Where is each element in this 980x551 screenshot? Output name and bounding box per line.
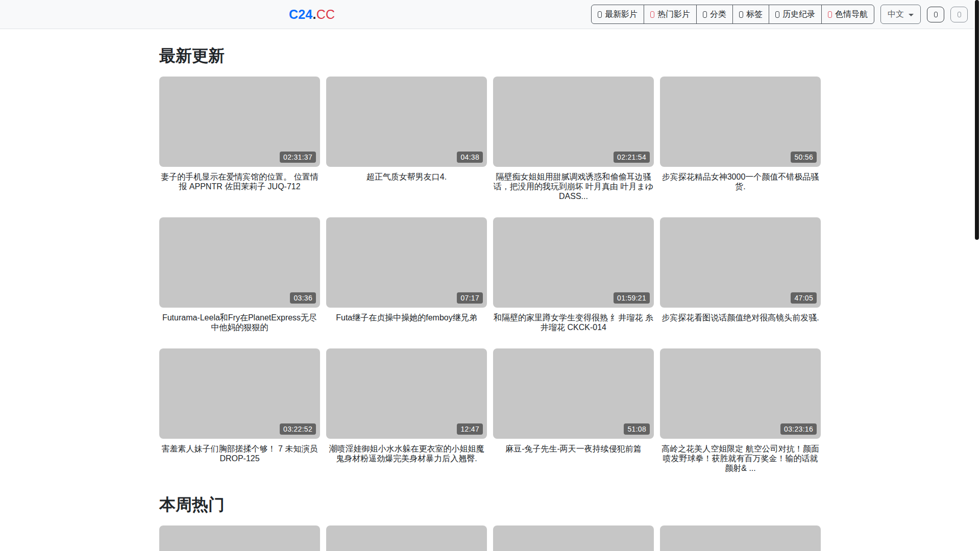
duration-badge: 02:31:37 — [280, 152, 316, 163]
main-content: 最新更新 02:31:37 妻子的手机显示在爱情宾馆的位置。 位置情报 APPN… — [153, 29, 827, 551]
video-title[interactable]: Futurama-Leela和Fry在PlanetExpress无尽中他妈的狠狠… — [159, 313, 320, 333]
video-card[interactable] — [660, 525, 821, 551]
nav-button-label: 分类 — [710, 9, 726, 20]
video-card[interactable] — [326, 525, 487, 551]
nav-button-label: 历史纪录 — [782, 9, 815, 20]
video-thumbnail[interactable]: 01:59:21 — [493, 217, 654, 308]
nav-button-5[interactable]: 历史纪录 — [769, 5, 822, 24]
nav-icon-button-1[interactable] — [927, 7, 944, 22]
video-card[interactable]: 03:23:16 高岭之花美人空姐限定 航空公司对抗！颜面喷发野球拳！获胜就有百… — [660, 348, 821, 473]
navbar: C24.CC 最新影片 热门影片 分类 标签 历史纪录 色情导航 中文 — [0, 0, 980, 29]
video-thumbnail[interactable] — [326, 525, 487, 551]
video-title[interactable]: 麻豆-兔子先生-两天一夜持续侵犯前篇 — [493, 444, 654, 464]
nav-icon-button-2[interactable] — [950, 7, 968, 22]
video-card[interactable]: 01:59:21 和隔壁的家里蹲女学生变得很熟 纟井瑠花 糸井瑠花 CKCK-0… — [493, 217, 654, 333]
placeholder-glyph-icon — [934, 12, 938, 17]
video-title[interactable]: 妻子的手机显示在爱情宾馆的位置。 位置情报 APPNTR 佐田茉莉子 JUQ-7… — [159, 172, 320, 192]
video-card[interactable] — [159, 525, 320, 551]
film-icon — [598, 11, 602, 18]
duration-badge: 51:08 — [624, 423, 650, 435]
video-title[interactable]: 步宾探花精品女神3000一个颜值不错极品骚货. — [660, 172, 821, 192]
video-title[interactable]: 超正气质女帮男友口4. — [326, 172, 487, 192]
video-card[interactable]: 07:17 Futa继子在贞操中操她的femboy继兄弟 — [326, 217, 487, 333]
duration-badge: 47:05 — [791, 292, 817, 304]
duration-badge: 02:21:54 — [614, 152, 650, 163]
nav-button-label: 色情导航 — [835, 9, 868, 20]
duration-badge: 01:59:21 — [614, 292, 650, 304]
nav-button-label: 热门影片 — [657, 9, 690, 20]
video-title[interactable]: 隔壁痴女姐姐用甜腻调戏诱惑和偷偷耳边骚话，把没用的我玩到崩坏 叶月真由 叶月まゆ… — [493, 172, 654, 202]
video-thumbnail[interactable]: 07:17 — [326, 217, 487, 308]
video-card[interactable]: 03:22:52 害羞素人妹子们胸部搓揉个够！ 7 未知演员 DROP-125 — [159, 348, 320, 473]
tag-icon — [739, 11, 743, 18]
video-card[interactable]: 02:31:37 妻子的手机显示在爱情宾馆的位置。 位置情报 APPNTR 佐田… — [159, 77, 320, 202]
video-thumbnail[interactable]: 50:56 — [660, 77, 821, 167]
nav-button-4[interactable]: 标签 — [732, 5, 769, 24]
video-thumbnail[interactable] — [493, 525, 654, 551]
video-thumbnail[interactable]: 47:05 — [660, 217, 821, 308]
video-card[interactable]: 04:38 超正气质女帮男友口4. — [326, 77, 487, 202]
video-thumbnail[interactable]: 12:47 — [326, 348, 487, 439]
nav-button-2[interactable]: 热门影片 — [644, 5, 697, 24]
duration-badge: 07:17 — [457, 292, 483, 304]
fire-icon — [650, 11, 654, 18]
scrollbar-thumb[interactable] — [975, 0, 979, 240]
chevron-down-icon — [909, 14, 914, 16]
nav-button-label: 标签 — [746, 9, 763, 20]
video-thumbnail[interactable]: 03:23:16 — [660, 348, 821, 439]
nav-button-1[interactable]: 最新影片 — [591, 5, 644, 24]
language-label: 中文 — [888, 9, 904, 20]
video-title[interactable]: Futa继子在贞操中操她的femboy继兄弟 — [326, 313, 487, 333]
video-thumbnail[interactable] — [159, 525, 320, 551]
duration-badge: 12:47 — [457, 423, 483, 435]
video-grid — [159, 525, 821, 551]
category-icon — [703, 11, 707, 18]
duration-badge: 03:36 — [290, 292, 316, 304]
video-section: 最新更新 02:31:37 妻子的手机显示在爱情宾馆的位置。 位置情报 APPN… — [159, 45, 821, 473]
section-title: 最新更新 — [159, 45, 821, 67]
video-title[interactable]: 和隔壁的家里蹲女学生变得很熟 纟井瑠花 糸井瑠花 CKCK-014 — [493, 313, 654, 333]
logo-part-red: CC — [316, 7, 335, 21]
site-logo[interactable]: C24.CC — [289, 7, 335, 22]
nav-button-3[interactable]: 分类 — [696, 5, 733, 24]
video-thumbnail[interactable]: 02:31:37 — [159, 77, 320, 167]
video-card[interactable]: 03:36 Futurama-Leela和Fry在PlanetExpress无尽… — [159, 217, 320, 333]
nav-button-label: 最新影片 — [605, 9, 638, 20]
video-card[interactable]: 12:47 潮喷淫娃御姐小水水躲在更衣室的小姐姐魔鬼身材粉逼劲爆完美身材暴力后入… — [326, 348, 487, 473]
video-card[interactable]: 51:08 麻豆-兔子先生-两天一夜持续侵犯前篇 — [493, 348, 654, 473]
video-grid: 02:31:37 妻子的手机显示在爱情宾馆的位置。 位置情报 APPNTR 佐田… — [159, 77, 821, 473]
video-title[interactable]: 害羞素人妹子们胸部搓揉个够！ 7 未知演员 DROP-125 — [159, 444, 320, 464]
video-thumbnail[interactable]: 51:08 — [493, 348, 654, 439]
video-card[interactable] — [493, 525, 654, 551]
duration-badge: 50:56 — [791, 152, 817, 163]
compass-icon — [828, 11, 832, 18]
duration-badge: 04:38 — [457, 152, 483, 163]
video-title[interactable]: 步宾探花看图说话颜值绝对很高镜头前发骚. — [660, 313, 821, 333]
video-card[interactable]: 02:21:54 隔壁痴女姐姐用甜腻调戏诱惑和偷偷耳边骚话，把没用的我玩到崩坏 … — [493, 77, 654, 202]
duration-badge: 03:23:16 — [780, 423, 817, 435]
navbar-right-controls: 最新影片 热门影片 分类 标签 历史纪录 色情导航 中文 — [591, 5, 968, 24]
video-section: 本周热门 — [159, 494, 821, 551]
video-title[interactable]: 高岭之花美人空姐限定 航空公司对抗！颜面喷发野球拳！获胜就有百万奖金！输的话就颜… — [660, 444, 821, 473]
language-dropdown[interactable]: 中文 — [880, 5, 921, 24]
logo-part-blue: C24 — [289, 7, 312, 21]
nav-button-6[interactable]: 色情导航 — [821, 5, 874, 24]
history-icon — [775, 11, 779, 18]
video-thumbnail[interactable]: 03:36 — [159, 217, 320, 308]
video-thumbnail[interactable]: 03:22:52 — [159, 348, 320, 439]
video-thumbnail[interactable] — [660, 525, 821, 551]
video-title[interactable]: 潮喷淫娃御姐小水水躲在更衣室的小姐姐魔鬼身材粉逼劲爆完美身材暴力后入翘臀. — [326, 444, 487, 464]
video-card[interactable]: 50:56 步宾探花精品女神3000一个颜值不错极品骚货. — [660, 77, 821, 202]
video-thumbnail[interactable]: 02:21:54 — [493, 77, 654, 167]
duration-badge: 03:22:52 — [280, 423, 316, 435]
section-title: 本周热门 — [159, 494, 821, 516]
video-thumbnail[interactable]: 04:38 — [326, 77, 487, 167]
logo-dot: . — [312, 7, 316, 21]
scrollbar-track — [974, 0, 980, 551]
video-card[interactable]: 47:05 步宾探花看图说话颜值绝对很高镜头前发骚. — [660, 217, 821, 333]
main-menu-group: 最新影片 热门影片 分类 标签 历史纪录 色情导航 — [591, 5, 874, 24]
placeholder-glyph-icon — [958, 12, 961, 17]
